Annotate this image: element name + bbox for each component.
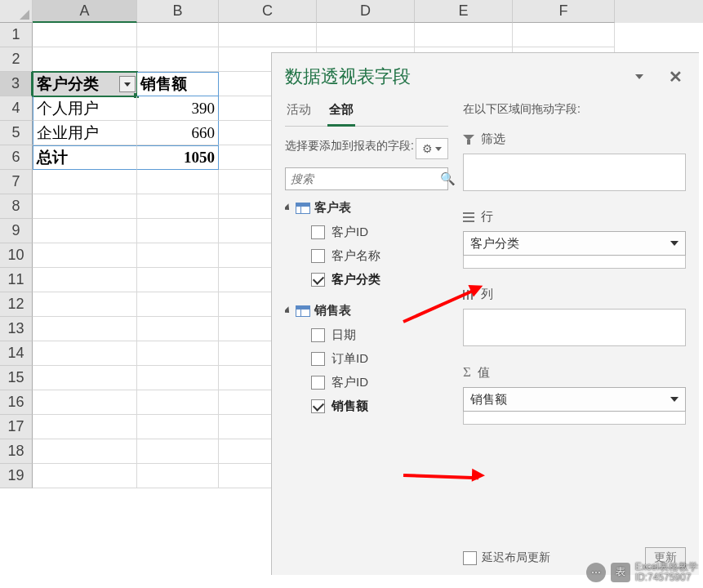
- tree-table-销售表[interactable]: 销售表: [285, 303, 448, 318]
- cell-A2[interactable]: [33, 47, 137, 72]
- row-header-6[interactable]: 6: [0, 145, 33, 170]
- cell-B7[interactable]: [137, 170, 219, 194]
- rows-dropzone[interactable]: 客户分类: [463, 231, 686, 269]
- row-header-19[interactable]: 19: [0, 464, 33, 488]
- cell-F1[interactable]: [513, 23, 615, 47]
- cell-B19[interactable]: [137, 464, 219, 488]
- pane-options-button[interactable]: [629, 66, 650, 87]
- search-input[interactable]: [286, 172, 440, 185]
- row-header-12[interactable]: 12: [0, 292, 33, 317]
- cell-B1[interactable]: [137, 23, 219, 47]
- cell-A5[interactable]: 企业用户: [33, 121, 137, 145]
- field-checkbox[interactable]: [311, 352, 325, 366]
- cell-B16[interactable]: [137, 390, 219, 415]
- row-header-15[interactable]: 15: [0, 366, 33, 390]
- tab-all[interactable]: 全部: [327, 99, 355, 127]
- tree-field[interactable]: 客户ID: [285, 371, 448, 394]
- row-header-18[interactable]: 18: [0, 439, 33, 464]
- drop-areas-section: 在以下区域间拖动字段: 筛选 行 客户分类 列 Σ值 销售额 延迟布局更新 更新: [456, 92, 699, 575]
- cell-A8[interactable]: [33, 194, 137, 219]
- cell-B14[interactable]: [137, 341, 219, 366]
- cell-A14[interactable]: [33, 341, 137, 366]
- cell-B10[interactable]: [137, 243, 219, 268]
- col-header-E[interactable]: E: [415, 0, 513, 23]
- cell-B12[interactable]: [137, 292, 219, 317]
- cell-A12[interactable]: [33, 292, 137, 317]
- cols-dropzone[interactable]: [463, 309, 686, 346]
- cell-B18[interactable]: [137, 439, 219, 464]
- cell-B5[interactable]: 660: [137, 121, 219, 145]
- cell-A18[interactable]: [33, 439, 137, 464]
- row-header-8[interactable]: 8: [0, 194, 33, 219]
- cell-A10[interactable]: [33, 243, 137, 268]
- cell-B3[interactable]: 销售额: [137, 72, 219, 96]
- cell-B17[interactable]: [137, 415, 219, 439]
- row-header-17[interactable]: 17: [0, 415, 33, 439]
- col-header-B[interactable]: B: [137, 0, 219, 23]
- tab-active[interactable]: 活动: [285, 99, 313, 126]
- cell-A17[interactable]: [33, 415, 137, 439]
- row-header-3[interactable]: 3: [0, 72, 33, 96]
- cell-A13[interactable]: [33, 317, 137, 341]
- col-header-F[interactable]: F: [513, 0, 615, 23]
- col-header-C[interactable]: C: [219, 0, 317, 23]
- cell-B15[interactable]: [137, 366, 219, 390]
- cell-B13[interactable]: [137, 317, 219, 341]
- row-header-2[interactable]: 2: [0, 47, 33, 72]
- close-icon[interactable]: ✕: [665, 66, 686, 87]
- area-item[interactable]: 销售额: [463, 387, 686, 412]
- cell-D1[interactable]: [317, 23, 415, 47]
- cell-A19[interactable]: [33, 464, 137, 488]
- tree-field[interactable]: 客户名称: [285, 244, 448, 268]
- cell-B4[interactable]: 390: [137, 96, 219, 121]
- col-header-A[interactable]: A: [33, 0, 137, 23]
- cell-E1[interactable]: [415, 23, 513, 47]
- tree-field[interactable]: 日期: [285, 323, 448, 347]
- cell-A7[interactable]: [33, 170, 137, 194]
- row-header-10[interactable]: 10: [0, 243, 33, 268]
- field-list-options-button[interactable]: ⚙: [416, 138, 448, 159]
- field-checkbox[interactable]: [311, 328, 325, 342]
- row-header-11[interactable]: 11: [0, 268, 33, 292]
- cell-A3[interactable]: 客户分类: [33, 72, 137, 96]
- filter-dropzone[interactable]: [463, 154, 686, 191]
- row-header-9[interactable]: 9: [0, 219, 33, 243]
- cell-A9[interactable]: [33, 219, 137, 243]
- cell-A15[interactable]: [33, 366, 137, 390]
- row-header-14[interactable]: 14: [0, 341, 33, 366]
- field-checkbox[interactable]: [311, 376, 325, 390]
- tree-table-客户表[interactable]: 客户表: [285, 200, 448, 216]
- cell-B8[interactable]: [137, 194, 219, 219]
- values-dropzone[interactable]: 销售额: [463, 387, 686, 425]
- cell-B11[interactable]: [137, 268, 219, 292]
- field-search[interactable]: 🔍: [285, 167, 448, 190]
- cell-A4[interactable]: 个人用户: [33, 96, 137, 121]
- cell-C1[interactable]: [219, 23, 317, 47]
- defer-checkbox[interactable]: [463, 551, 477, 565]
- row-header-16[interactable]: 16: [0, 390, 33, 415]
- cell-B9[interactable]: [137, 219, 219, 243]
- row-header-5[interactable]: 5: [0, 121, 33, 145]
- area-item[interactable]: 客户分类: [463, 231, 686, 256]
- field-checkbox[interactable]: [311, 225, 325, 239]
- row-header-4[interactable]: 4: [0, 96, 33, 121]
- field-checkbox[interactable]: [311, 249, 325, 263]
- row-header-1[interactable]: 1: [0, 23, 33, 47]
- cell-B2[interactable]: [137, 47, 219, 72]
- tree-field[interactable]: 订单ID: [285, 347, 448, 371]
- cell-A6[interactable]: 总计: [33, 145, 137, 170]
- tree-field[interactable]: 客户分类: [285, 268, 448, 292]
- field-checkbox[interactable]: [311, 273, 325, 287]
- cell-B6[interactable]: 1050: [137, 145, 219, 170]
- col-header-D[interactable]: D: [317, 0, 415, 23]
- tree-field[interactable]: 销售额: [285, 394, 448, 418]
- select-all-corner[interactable]: [0, 0, 33, 23]
- pivot-filter-dropdown[interactable]: [119, 76, 136, 92]
- field-checkbox[interactable]: [311, 399, 325, 413]
- cell-A16[interactable]: [33, 390, 137, 415]
- cell-A11[interactable]: [33, 268, 137, 292]
- row-header-13[interactable]: 13: [0, 317, 33, 341]
- row-header-7[interactable]: 7: [0, 170, 33, 194]
- cell-A1[interactable]: [33, 23, 137, 47]
- tree-field[interactable]: 客户ID: [285, 220, 448, 244]
